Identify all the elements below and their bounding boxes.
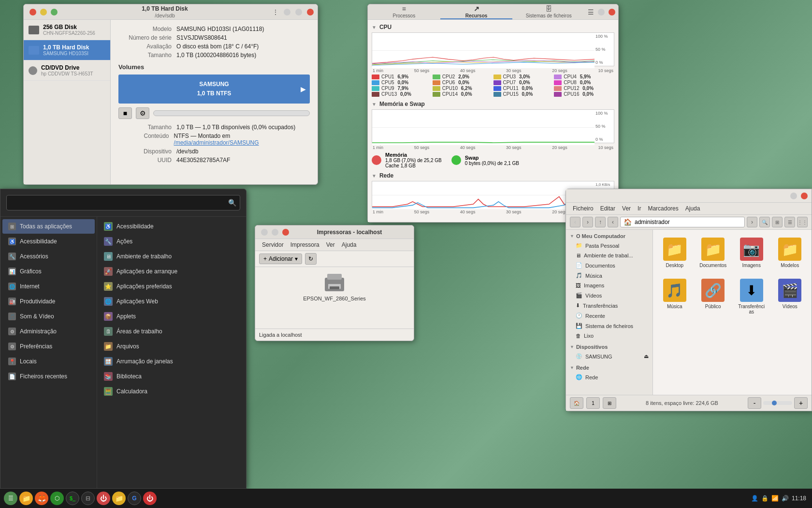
file-item[interactable]: 📷Imagens: [735, 235, 768, 271]
printer-item[interactable]: EPSON_WF_2860_Series: [303, 272, 366, 301]
files-menu-ir[interactable]: Ir: [635, 204, 644, 213]
cpu-collapse-arrow[interactable]: ▼: [372, 25, 377, 30]
appmenu-app-item[interactable]: 🌐Aplicações Web: [99, 294, 244, 309]
disk-min-button[interactable]: [40, 9, 47, 15]
sidebar-item-desktop[interactable]: 🖥 Ambiente de trabal...: [566, 251, 652, 260]
printers-max-btn[interactable]: [272, 229, 278, 236]
taskbar-terminal-btn[interactable]: $_: [66, 492, 79, 505]
appmenu-category-item[interactable]: 🎵Som & Vídeo: [2, 309, 95, 324]
printers-add-button[interactable]: + Adicionar ▾: [259, 254, 302, 264]
file-item[interactable]: 🔗Público: [696, 276, 730, 317]
files-zoom-in-btn2[interactable]: +: [794, 397, 808, 409]
disk-close2[interactable]: [307, 9, 314, 15]
taskbar-power-btn[interactable]: ⏻: [97, 492, 110, 505]
vol-gear-btn[interactable]: ⚙: [136, 107, 149, 119]
file-item[interactable]: 🎬Vídeos: [773, 276, 807, 317]
sidebar-item-trash[interactable]: 🗑 Lixo: [566, 331, 652, 341]
appmenu-search-input[interactable]: [6, 195, 240, 210]
appmenu-category-item[interactable]: 📍Locais: [2, 354, 95, 369]
files-forward-btn[interactable]: ›: [582, 217, 593, 227]
file-item[interactable]: ⬇Transferências: [735, 276, 768, 317]
files-path-toggle-right-btn[interactable]: ›: [747, 217, 757, 227]
printers-menu-ver[interactable]: Ver: [323, 240, 338, 249]
appmenu-app-item[interactable]: 📁Arquivos: [99, 339, 244, 354]
disk-max2[interactable]: [295, 9, 302, 15]
files-location-bar[interactable]: 🏠 administrador: [620, 217, 745, 227]
disk-item-1tb[interactable]: 1,0 TB Hard Disk SAMSUNG HD103SI: [24, 40, 110, 60]
disk-item-cdrom[interactable]: CD/DVD Drive hp CDDVDW TS-H653T: [24, 60, 110, 81]
printers-refresh-button[interactable]: ↻: [305, 253, 317, 265]
disk-max-button[interactable]: [51, 9, 58, 15]
disk-menu-icon[interactable]: ⋮: [272, 8, 279, 16]
disk-close-button[interactable]: [29, 9, 36, 15]
sidebar-section-devices-header[interactable]: ▼ Dispositivos: [566, 343, 652, 351]
file-item[interactable]: 📁Desktop: [658, 235, 692, 271]
files-min-btn[interactable]: [790, 193, 797, 199]
sidebar-item-filesystem[interactable]: 💾 Sistema de ficheiros: [566, 321, 652, 331]
files-view-list-btn[interactable]: ☰: [784, 217, 795, 227]
taskbar-firefox-btn[interactable]: 🦊: [35, 492, 48, 505]
printers-menu-impressora[interactable]: Impressora: [288, 240, 322, 249]
files-back-btn[interactable]: ‹: [570, 217, 580, 227]
appmenu-app-item[interactable]: 🗓Áreas de trabalho: [99, 324, 244, 339]
sidebar-item-images[interactable]: 🖼 Imagens: [566, 281, 652, 290]
files-menu-marcadores[interactable]: Marcadores: [645, 204, 681, 213]
vol-stop-btn[interactable]: ■: [118, 107, 132, 119]
sysmon-close-btn[interactable]: [609, 9, 615, 15]
appmenu-app-item[interactable]: ♿Acessibilidade: [99, 219, 244, 234]
sidebar-item-videos[interactable]: 🎬 Vídeos: [566, 290, 652, 300]
printers-menu-servidor[interactable]: Servidor: [259, 240, 287, 249]
file-item[interactable]: 🎵Música: [658, 276, 692, 317]
files-view-btn1[interactable]: 🏠: [570, 397, 583, 409]
sidebar-item-recent[interactable]: 🕐 Recente: [566, 311, 652, 321]
files-zoom-slider[interactable]: [763, 401, 792, 405]
files-close-btn[interactable]: [801, 193, 808, 199]
taskbar-settings-btn[interactable]: ⊟: [81, 492, 95, 505]
appmenu-category-item[interactable]: ⚙Administração: [2, 324, 95, 339]
files-toggle-path-btn[interactable]: ‹: [608, 217, 618, 227]
appmenu-app-item[interactable]: 🖥Ambiente de trabalho: [99, 249, 244, 264]
net-collapse-arrow[interactable]: ▼: [372, 173, 377, 179]
sysmon-menu-icon[interactable]: ☰: [588, 8, 594, 16]
appmenu-category-item[interactable]: ♿Acessibilidade: [2, 234, 95, 249]
appmenu-category-item[interactable]: ⊞Todas as aplicações: [2, 219, 95, 234]
appmenu-app-item[interactable]: 📦Applets: [99, 309, 244, 324]
disk-item-256gb[interactable]: 256 GB Disk CHN-NGFFSA2260-256: [24, 20, 110, 40]
appmenu-category-item[interactable]: 🌐Internet: [2, 279, 95, 294]
appmenu-app-item[interactable]: 🪟Arrumação de janelas: [99, 354, 244, 369]
taskbar-google-btn[interactable]: G: [128, 492, 141, 505]
files-menu-ficheiro[interactable]: Ficheiro: [570, 204, 596, 213]
appmenu-category-item[interactable]: 🔧Acessórios: [2, 249, 95, 264]
taskbar-mint2-btn[interactable]: ⬡: [50, 492, 64, 505]
files-view-btn3[interactable]: ⊞: [603, 397, 616, 409]
sidebar-item-personal[interactable]: 📁 Pasta Pessoal: [566, 240, 652, 251]
printers-close-btn[interactable]: [282, 229, 289, 236]
sidebar-item-samsung[interactable]: 💿 SAMSUNG ⏏: [566, 351, 652, 361]
files-view-btn2[interactable]: 1: [586, 397, 600, 409]
files-menu-ajuda[interactable]: Ajuda: [682, 204, 703, 213]
mem-collapse-arrow[interactable]: ▼: [372, 102, 377, 107]
sidebar-item-music[interactable]: 🎵 Música: [566, 270, 652, 281]
file-item[interactable]: 📁Modelos: [773, 235, 807, 271]
files-view-compact-btn[interactable]: ⋮⋮: [797, 217, 808, 227]
tab-processos[interactable]: ≡ Processos: [368, 4, 440, 19]
sidebar-section-mycomputer-header[interactable]: ▼ O Meu Computador: [566, 232, 652, 240]
appmenu-category-item[interactable]: 📄Ficheiros recentes: [2, 369, 95, 384]
taskbar-mint-btn[interactable]: ☰: [4, 492, 17, 505]
taskbar-power2-btn[interactable]: ⏻: [143, 492, 157, 505]
volume-mount-link[interactable]: /media/administrador/SAMSUNG: [174, 139, 259, 146]
appmenu-app-item[interactable]: 🔧Ações: [99, 234, 244, 249]
appmenu-category-item[interactable]: 📊Gráficos: [2, 264, 95, 279]
disk-min2[interactable]: [284, 9, 290, 15]
appmenu-app-item[interactable]: ⭐Aplicações preferidas: [99, 279, 244, 294]
tab-recursos[interactable]: ↗ Recursos: [440, 4, 513, 19]
files-up-btn[interactable]: ↑: [595, 217, 606, 227]
samsung-eject-icon[interactable]: ⏏: [644, 353, 649, 359]
appmenu-category-item[interactable]: ⚙Preferências: [2, 339, 95, 354]
sidebar-item-downloads[interactable]: ⬇ Transferências: [566, 300, 652, 311]
appmenu-app-item[interactable]: 📚Biblioteca: [99, 369, 244, 384]
taskbar-files-btn[interactable]: 📁: [19, 492, 33, 505]
sidebar-section-network-header[interactable]: ▼ Rede: [566, 363, 652, 372]
files-zoom-in-btn[interactable]: 🔍: [759, 217, 770, 227]
files-menu-ver[interactable]: Ver: [619, 204, 634, 213]
